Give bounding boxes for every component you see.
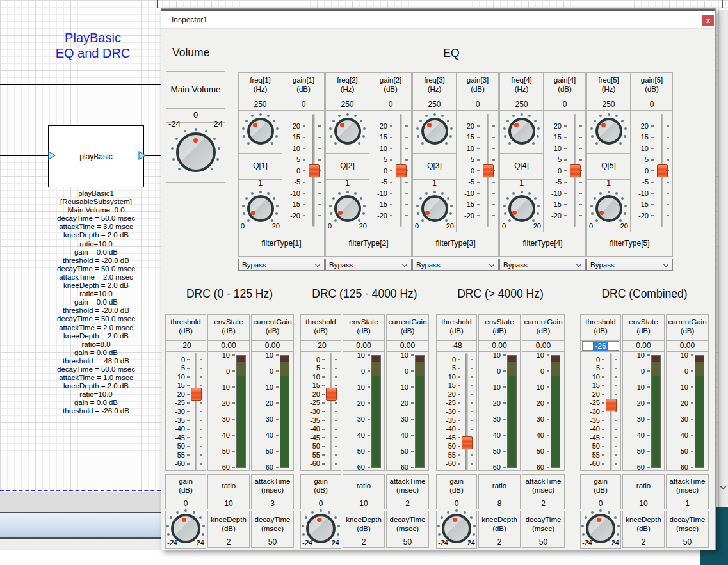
eq-gain-slider-handle[interactable] bbox=[309, 164, 320, 177]
drc-gain-value[interactable]: 0 bbox=[301, 499, 341, 508]
drc-gain-value[interactable]: 0 bbox=[166, 499, 206, 508]
drc-gain-label: gain(dB) bbox=[437, 477, 476, 495]
eq-q-value[interactable]: 1 bbox=[239, 179, 282, 187]
filter-type-select[interactable]: Bypass bbox=[325, 259, 412, 271]
drc-currentGain-meter-tick bbox=[411, 467, 414, 468]
drc-threshold-value-edit[interactable]: -26 bbox=[582, 341, 619, 351]
eq-q-value[interactable]: 1 bbox=[587, 179, 630, 187]
drc-ratio-value[interactable]: 10 bbox=[623, 499, 664, 508]
eq-gain-slider-handle[interactable] bbox=[396, 164, 407, 177]
drc-threshold-value[interactable]: -20 bbox=[166, 341, 206, 350]
eq-gain-value[interactable]: 0 bbox=[457, 100, 499, 109]
eq-q-value[interactable]: 1 bbox=[413, 179, 456, 187]
drc-threshold-slider-track[interactable] bbox=[195, 353, 197, 470]
main-volume-knob[interactable] bbox=[170, 127, 222, 178]
drc-decay-time-value[interactable]: 50 bbox=[667, 537, 708, 546]
divider bbox=[413, 99, 498, 99]
eq-freq-knob[interactable] bbox=[328, 112, 367, 150]
knob-tick-dot bbox=[534, 120, 537, 122]
eq-gain-value[interactable]: 0 bbox=[282, 100, 325, 109]
drc-threshold-slider-tick bbox=[335, 437, 337, 438]
eq-freq-value[interactable]: 250 bbox=[413, 100, 456, 109]
eq-gain-value[interactable]: 0 bbox=[369, 100, 412, 109]
drc-attack-time-value[interactable]: 1 bbox=[667, 499, 708, 508]
drc-envState-meter-scale-label: -30 bbox=[344, 415, 365, 424]
eq-gain-label-line1: gain[5] bbox=[631, 76, 673, 85]
drc-threshold-slider-track[interactable] bbox=[330, 353, 332, 470]
drc-threshold-slider-scale-label: -50 bbox=[580, 442, 600, 450]
editor-status-strip bbox=[0, 539, 161, 550]
eq-q-value[interactable]: 1 bbox=[500, 179, 543, 187]
main-volume-value[interactable]: 0 bbox=[166, 110, 225, 120]
divider bbox=[500, 99, 585, 99]
playbasic-block[interactable]: playBasic bbox=[48, 125, 144, 187]
eq-freq-value[interactable]: 250 bbox=[500, 100, 543, 109]
drc-threshold-slider-track[interactable] bbox=[610, 353, 612, 470]
drc-threshold-slider-scale-label: 0 bbox=[165, 356, 185, 364]
drc-envState-meter-scale-label: -50 bbox=[209, 447, 230, 456]
drc-threshold-slider-scale-label: 0 bbox=[580, 356, 600, 364]
drc-attack-time-value[interactable]: 2 bbox=[387, 499, 428, 508]
filter-type-select[interactable]: Bypass bbox=[499, 259, 586, 271]
drc-decay-time-value[interactable]: 50 bbox=[522, 537, 564, 546]
eq-gain-value[interactable]: 0 bbox=[631, 100, 673, 109]
eq-q-knob-max: 20 bbox=[618, 222, 628, 230]
knob-tick-dot bbox=[599, 115, 602, 117]
drc-currentGain-meter-tick bbox=[547, 386, 549, 388]
filter-type-select[interactable]: Bypass bbox=[238, 259, 325, 271]
horizontal-scrollbar[interactable] bbox=[0, 512, 161, 539]
drc-ratio-value[interactable]: 10 bbox=[343, 499, 384, 508]
eq-gain-slider-handle[interactable] bbox=[570, 164, 581, 177]
eq-freq-knob[interactable] bbox=[590, 112, 628, 150]
close-button[interactable]: x bbox=[702, 15, 714, 26]
eq-freq-knob[interactable] bbox=[241, 112, 280, 150]
eq-gain-slider-tick bbox=[405, 159, 408, 161]
eq-gain-slider-handle[interactable] bbox=[657, 164, 668, 177]
drc-attack-time-value[interactable]: 3 bbox=[252, 499, 293, 508]
drc-envState-label-line2: (dB) bbox=[623, 327, 664, 336]
drc-decay-time-value[interactable]: 50 bbox=[387, 537, 428, 546]
eq-freq-value[interactable]: 250 bbox=[239, 100, 282, 109]
drc-knee-depth-value[interactable]: 2 bbox=[343, 537, 384, 546]
knob-tick-dot bbox=[419, 197, 422, 200]
filter-type-select[interactable]: Bypass bbox=[412, 259, 499, 271]
drc-ratio-value[interactable]: 10 bbox=[208, 499, 249, 508]
divider bbox=[166, 498, 206, 498]
drc-ratio-value[interactable]: 8 bbox=[479, 499, 520, 508]
drc-threshold-slider-track[interactable] bbox=[465, 353, 468, 470]
drc-knee-depth-value[interactable]: 2 bbox=[479, 537, 520, 546]
knob-tick-dot bbox=[582, 533, 585, 536]
eq-freq-value[interactable]: 250 bbox=[587, 100, 630, 109]
drc-knee-depth-value[interactable]: 2 bbox=[208, 537, 249, 546]
drc-ratio-label: ratio bbox=[208, 482, 249, 491]
drc-threshold-slider-handle[interactable] bbox=[326, 388, 337, 401]
eq-freq-knob[interactable] bbox=[416, 112, 454, 150]
eq-gain-slider-handle[interactable] bbox=[483, 164, 494, 177]
drc-gain-value[interactable]: 0 bbox=[437, 499, 476, 508]
drc-attack-time-value[interactable]: 2 bbox=[522, 499, 564, 508]
knob-tick-dot bbox=[275, 212, 278, 215]
eq-gain-slider-tick bbox=[492, 125, 495, 127]
vertical-scrollbar[interactable] bbox=[718, 10, 728, 507]
drc-currentGain-column: currentGain(dB)0.00100-10-20-30-40-50-60 bbox=[522, 314, 565, 471]
window-titlebar[interactable]: Inspector1 bbox=[161, 11, 715, 29]
filter-type-select[interactable]: Bypass bbox=[586, 259, 673, 271]
drc-decay-time-value[interactable]: 50 bbox=[252, 537, 293, 546]
eq-freq-knob[interactable] bbox=[503, 112, 541, 150]
drc-threshold-value[interactable]: -48 bbox=[437, 341, 476, 350]
knob-tick-dot bbox=[608, 511, 610, 514]
knob-tick-dot bbox=[358, 142, 360, 145]
eq-gain-value[interactable]: 0 bbox=[544, 100, 586, 109]
eq-freq-value[interactable]: 250 bbox=[326, 100, 369, 109]
eq-gain-slider-scale-label: 20 bbox=[281, 122, 300, 131]
drc-threshold-value[interactable]: -20 bbox=[301, 341, 341, 350]
eq-q-value[interactable]: 1 bbox=[326, 179, 369, 187]
drc-gain-value[interactable]: 0 bbox=[581, 499, 620, 508]
drc-threshold-slider-handle[interactable] bbox=[462, 436, 473, 449]
knob-tick-dot bbox=[195, 128, 197, 131]
eq-gain-label-line1: gain[3] bbox=[457, 76, 499, 85]
drc-threshold-slider-handle[interactable] bbox=[606, 399, 617, 411]
drc-knee-depth-value[interactable]: 2 bbox=[623, 537, 664, 546]
drc-envState-meter-scale-label: -60 bbox=[344, 463, 365, 472]
drc-threshold-slider-handle[interactable] bbox=[191, 388, 202, 401]
